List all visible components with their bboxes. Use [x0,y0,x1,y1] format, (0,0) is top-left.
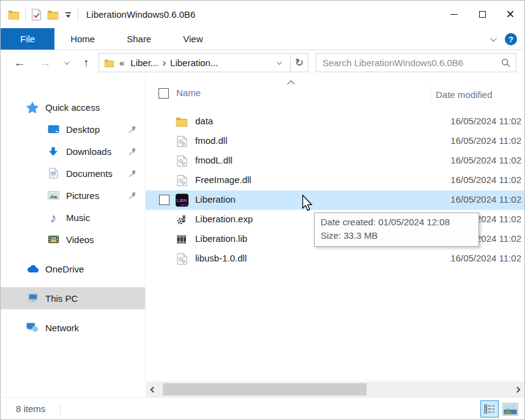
dll-file-icon [175,175,188,187]
sidebar-item-desktop[interactable]: Desktop [1,118,145,140]
pin-icon [128,191,136,201]
chevron-down-icon [64,59,69,64]
close-button[interactable]: × [496,1,524,28]
tab-share[interactable]: Share [111,28,167,50]
file-explorer-window: LiberationWindows0.6.0B6 × File Home Sha… [0,0,525,420]
search-input[interactable] [316,54,516,72]
forward-icon: → [40,56,51,70]
column-headers: Name Date modified [146,85,524,103]
desktop-icon [46,125,61,133]
address-dropdown-icon[interactable] [277,59,281,64]
onedrive-cloud-icon [25,264,40,273]
sidebar-item-pictures[interactable]: Pictures [1,184,145,206]
pin-icon [128,125,136,135]
download-arrow-icon [46,147,61,156]
tab-view[interactable]: View [167,28,218,50]
new-folder-icon[interactable] [47,10,59,20]
file-row-fmod-dll[interactable]: fmod.dll 16/05/2024 11:02 [146,132,524,151]
forward-button[interactable]: → [35,50,56,75]
sidebar-spacer [1,250,145,258]
pin-icon [128,169,136,179]
sidebar-item-videos[interactable]: Videos [1,228,145,250]
minimize-button[interactable] [440,1,468,28]
window-controls: × [440,1,524,28]
quick-access-toolbar [1,8,78,21]
sidebar-item-documents[interactable]: Documents [1,162,145,184]
dll-file-icon [175,156,188,167]
sidebar-spacer [1,309,145,317]
file-row-libusb-dll[interactable]: libusb-1.0.dll 16/05/2024 11:02 [146,249,524,269]
column-header-date-modified[interactable]: Date modified [430,85,493,103]
tooltip-date-created: Date created: 01/05/2024 12:08 [321,216,472,229]
folder-icon [175,117,188,127]
row-checkbox[interactable] [159,195,169,205]
exports-file-icon [175,214,188,225]
liberation-app-icon: LBNBETA [175,194,188,207]
status-bar: 8 items [1,397,524,419]
sidebar-item-onedrive[interactable]: OneDrive [1,258,145,280]
ribbon-right-controls: ? [490,28,517,50]
sidebar-item-downloads[interactable]: Downloads [1,140,145,162]
navigation-pane: Quick access Desktop Downloads Doc [1,75,146,381]
toolbar-separator [78,8,78,21]
titlebar: LiberationWindows0.6.0B6 × [1,1,524,28]
network-icon [25,323,40,332]
file-row-freeimage-dll[interactable]: FreeImage.dll 16/05/2024 11:02 [146,171,524,190]
back-button[interactable]: ← [9,50,30,75]
refresh-button[interactable]: ↻ [291,54,308,72]
properties-check-icon[interactable] [31,9,42,21]
explorer-folder-icon[interactable] [8,10,20,20]
tab-home[interactable]: Home [54,28,111,50]
computer-icon [25,293,40,303]
sidebar-item-this-pc[interactable]: This PC [1,287,145,309]
customize-toolbar-icon[interactable] [64,11,72,18]
sidebar-item-music[interactable]: ♪ Music [1,206,145,228]
select-all-checkbox[interactable] [158,88,169,99]
scroll-left-button[interactable] [147,381,159,397]
refresh-icon: ↻ [295,56,303,69]
scroll-right-button[interactable] [511,381,523,397]
minimize-icon [450,14,458,15]
close-icon: × [506,7,514,21]
back-icon: ← [14,56,26,70]
window-title: LiberationWindows0.6.0B6 [86,9,195,20]
dll-file-icon [175,136,188,148]
details-view-button[interactable] [480,400,499,418]
thumbnail-view-button[interactable] [501,400,519,418]
sidebar-item-network[interactable]: Network [1,317,145,339]
breadcrumb-separator-icon: › [158,58,170,68]
status-divider [60,403,61,415]
sidebar-item-quick-access[interactable]: Quick access [1,96,145,118]
help-icon: ? [508,35,513,44]
file-row-fmodl-dll[interactable]: fmodL.dll 16/05/2024 11:02 [146,151,524,171]
search-box [316,53,516,72]
pin-icon [128,147,136,157]
navigation-bar: ← → ↑ « Liber... › Liberation... ↻ [1,50,524,75]
search-icon[interactable] [501,58,511,70]
breadcrumb-parent[interactable]: Liber... [130,58,158,68]
item-count: 8 items [16,403,45,414]
column-header-name[interactable]: Name [176,88,201,98]
horizontal-scrollbar[interactable] [146,381,524,397]
breadcrumb-overflow[interactable]: « [119,58,124,68]
scrollbar-thumb[interactable] [163,383,367,396]
tab-file[interactable]: File [1,28,54,50]
sidebar-spacer [1,280,145,287]
address-bar[interactable]: « Liber... › Liberation... ↻ [99,53,308,72]
file-row-data[interactable]: data 16/05/2024 11:02 [146,112,524,132]
file-row-liberation[interactable]: LBNBETA Liberation 16/05/2024 11:02 [146,190,524,210]
up-button[interactable]: ↑ [75,50,97,75]
view-buttons [480,400,519,418]
breadcrumb-current[interactable]: Liberation... [170,58,218,68]
address-bar-right: ↻ [277,54,308,72]
help-button[interactable]: ? [505,33,517,45]
document-icon [46,168,61,179]
thumbnail-view-icon [502,403,518,416]
quick-access-star-icon [25,102,40,113]
recent-locations-button[interactable] [58,50,74,75]
collapse-ribbon-icon[interactable] [490,35,497,42]
ribbon-tab-bar: File Home Share View ? [1,28,524,50]
library-file-icon [175,235,188,244]
maximize-button[interactable] [468,1,496,28]
up-icon: ↑ [83,56,89,70]
